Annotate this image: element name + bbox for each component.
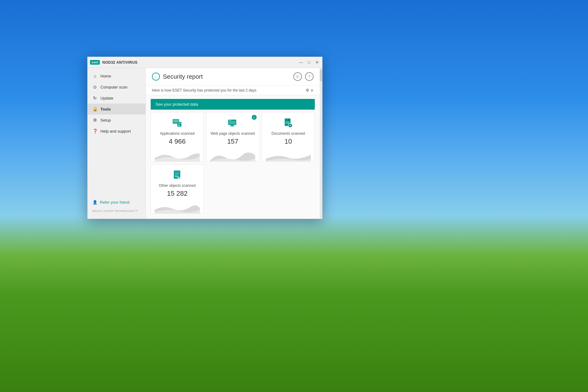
info-badge: i [252,115,257,120]
sidebar-item-home[interactable]: ⌂ Home [88,70,145,81]
close-button[interactable]: ✕ [314,60,320,65]
copyright-button[interactable]: © [293,72,302,81]
wave-other [155,201,200,213]
settings-dropdown-button[interactable]: ⚙ ∨ [306,88,314,92]
stat-value-other: 15 282 [167,190,187,198]
svg-rect-14 [230,126,234,126]
scrollbar-thumb[interactable] [320,69,322,81]
svg-rect-7 [229,121,236,124]
sidebar-item-help-label: Help and support [100,129,131,134]
setup-icon: ⚙ [92,118,97,123]
content-header: ← Security report © ? [146,68,320,85]
app-title: NOD32 ANTIVIRUS [102,60,298,65]
stat-label-other: Other objects scanned [159,183,196,188]
scan-icon: ⊙ [92,85,97,89]
stat-card-web-objects: i Web page objects scanned 157 [206,112,259,162]
stat-value-applications: 4 966 [169,138,186,145]
svg-point-10 [230,120,230,121]
sidebar-item-help[interactable]: ❓ Help and support [88,126,145,137]
sidebar-item-computer-scan[interactable]: ⊙ Computer scan [88,81,145,92]
window-controls: — □ ✕ [298,60,320,65]
stat-card-applications: Applications scanned 4 966 [151,112,204,162]
svg-rect-3 [178,123,181,124]
sidebar-item-setup[interactable]: ⚙ Setup [88,115,145,126]
sidebar-item-scan-label: Computer scan [100,85,127,89]
settings-gear-icon: ⚙ [306,88,309,92]
app-window: eset NOD32 ANTIVIRUS — □ ✕ ⌂ Home ⊙ Comp… [87,57,322,219]
wave-applications [155,149,200,161]
stat-value-web: 157 [227,138,239,145]
refer-icon: 👤 [92,200,97,205]
page-title: Security report [163,73,293,80]
refer-friend-link[interactable]: 👤 Refer your friend [92,200,141,205]
sidebar-item-tools[interactable]: 🔒 Tools [88,104,145,115]
applications-icon [172,117,183,129]
sidebar-bottom: 👤 Refer your friend ENJOY SAFER TECHNOLO… [88,196,145,216]
stat-label-applications: Applications scanned [160,131,194,136]
scrollbar-track[interactable] [320,68,322,219]
eset-badge: eset [90,60,100,65]
back-button[interactable]: ← [152,73,160,81]
maximize-button[interactable]: □ [306,60,312,65]
stats-grid-row2: Other objects scanned 15 282 [146,164,320,219]
other-objects-icon [172,169,183,181]
stat-label-web: Web page objects scanned [211,131,255,136]
help-icon: ❓ [92,129,97,134]
back-arrow-icon: ← [154,74,158,79]
copyright-icon: © [296,74,299,79]
minimize-button[interactable]: — [298,60,304,65]
update-icon: ↻ [92,96,97,100]
stat-label-documents: Documents scanned [272,131,305,136]
eset-logo: eset [90,60,100,65]
sidebar: ⌂ Home ⊙ Computer scan ↻ Update 🔒 Tools … [88,68,146,219]
refer-label: Refer your friend [100,200,130,205]
tools-icon: 🔒 [92,107,97,111]
wave-documents [266,149,311,161]
protected-banner-label: See your protected data [156,102,198,107]
app-body: ⌂ Home ⊙ Computer scan ↻ Update 🔒 Tools … [88,68,322,219]
sidebar-item-update-label: Update [100,96,113,100]
help-circle-button[interactable]: ? [305,72,314,81]
stat-value-documents: 10 [285,138,292,145]
title-bar: eset NOD32 ANTIVIRUS — □ ✕ [88,57,322,68]
settings-chevron-icon: ∨ [311,88,314,92]
protected-data-banner[interactable]: See your protected data [151,99,315,110]
wave-web [210,149,255,161]
home-icon: ⌂ [92,74,97,78]
svg-point-11 [231,120,231,121]
sidebar-item-home-label: Home [100,74,111,78]
sidebar-item-tools-label: Tools [100,107,111,111]
main-content: ← Security report © ? Here is how ESET S… [146,68,320,219]
sidebar-item-setup-label: Setup [100,118,111,123]
web-objects-icon [227,117,239,129]
subtitle-text: Here is how ESET Security has protected … [152,88,306,92]
svg-point-9 [229,120,230,121]
subtitle-bar: Here is how ESET Security has protected … [146,85,320,95]
stats-grid-row1: Applications scanned 4 966 i [146,112,320,164]
svg-rect-13 [231,125,233,126]
sidebar-item-update[interactable]: ↻ Update [88,92,145,104]
documents-icon [282,117,294,129]
svg-rect-23 [175,172,179,172]
stat-card-other-objects: Other objects scanned 15 282 [151,164,204,214]
header-actions: © ? [293,72,314,81]
question-icon: ? [308,74,310,79]
sidebar-tagline: ENJOY SAFER TECHNOLOGY™ [92,209,141,213]
stat-card-documents: Documents scanned 10 [262,112,315,162]
